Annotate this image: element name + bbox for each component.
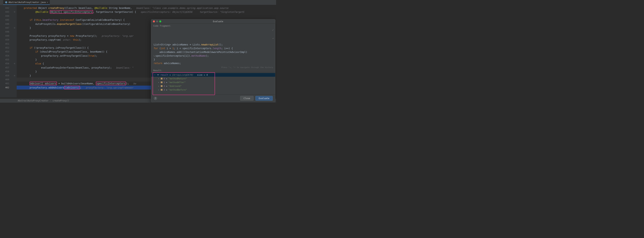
chevron-right-icon[interactable]: ▸: [158, 81, 160, 83]
result-item-row[interactable]: ▸3 = "methodBefore": [151, 88, 275, 92]
fold-marker[interactable]: ⊟: [12, 26, 17, 30]
fold-marker[interactable]: ⊟: [12, 10, 17, 14]
result-idx: 2: [164, 85, 165, 87]
line-number: 448: [0, 30, 12, 34]
result-var-value: {ArrayList@2670}: [172, 74, 193, 76]
result-value: "methodAfter": [168, 81, 186, 84]
window-controls: [153, 21, 161, 22]
line-number: 445: [0, 18, 12, 22]
expand-icon[interactable]: ⤢: [272, 28, 274, 32]
soft-wrap-icon[interactable]: ↩: [272, 36, 274, 40]
fold-marker: [12, 38, 17, 42]
minimize-window-icon[interactable]: [156, 21, 158, 22]
array-element-icon: [161, 85, 162, 87]
close-window-icon[interactable]: [153, 21, 155, 22]
result-item-row[interactable]: ▸0 = "methodReturn": [151, 77, 275, 80]
fold-marker[interactable]: ⊟: [12, 62, 17, 66]
line-number: 451: [0, 42, 12, 46]
fold-marker: [12, 6, 17, 10]
watch-icon: 👓: [157, 74, 159, 76]
result-idx: 0: [164, 77, 165, 80]
line-number: 446: [0, 22, 12, 26]
chevron-right-icon[interactable]: ▸: [158, 85, 160, 87]
result-value: "methodBefore": [168, 88, 187, 91]
line-number: 442: [0, 6, 12, 10]
java-class-icon: C: [5, 1, 8, 4]
dialog-titlebar[interactable]: Evaluate: [151, 19, 275, 24]
fold-marker[interactable]: ⊟: [12, 74, 17, 78]
line-number: 443: [0, 10, 12, 14]
line-number: 453: [0, 50, 12, 54]
line-number: 459: [0, 74, 12, 78]
fold-marker: [12, 22, 17, 26]
fold-marker: [12, 46, 17, 50]
array-element-icon: [161, 78, 162, 79]
line-number: 452: [0, 46, 12, 50]
fold-marker: [12, 58, 17, 62]
help-icon[interactable]: ?: [154, 97, 157, 100]
line-number: 447: [0, 26, 12, 30]
tab-active[interactable]: C AbstractAutoProxyCreator.java ×: [3, 0, 50, 5]
tab-filename: AbstractAutoProxyCreator.java: [8, 1, 46, 4]
line-number: 449: [0, 34, 12, 38]
evaluate-dialog: Evaluate Code fragment: ⤢ ↩ List<String>…: [151, 19, 276, 102]
history-hint: Press ⌃↓, ⌃↑ to navigate through the his…: [151, 66, 275, 69]
fold-marker: [12, 78, 17, 81]
svg-text:C: C: [6, 2, 7, 3]
result-tree[interactable]: ▾ 👓 result = {ArrayList@2670} size = 4 ▸…: [151, 72, 275, 94]
chevron-right-icon[interactable]: ▸: [158, 78, 160, 80]
chevron-right-icon: ›: [50, 99, 51, 102]
line-number: 450: [0, 38, 12, 42]
code-fragment-editor[interactable]: ⤢ ↩ List<String> adviceNames = Lists.new…: [151, 28, 275, 66]
fold-marker: [12, 14, 17, 18]
result-idx: 1: [164, 81, 165, 84]
line-number: 461: [0, 81, 12, 85]
result-var-name: result: [160, 74, 168, 76]
tab-spacer: [0, 0, 3, 5]
close-icon[interactable]: ×: [47, 1, 48, 4]
line-number: 462: [0, 86, 12, 89]
fold-column: ⊟⊟⊟⊟: [12, 5, 17, 97]
fragment-line[interactable]: ↳specificInterceptors[i]).methodName);: [154, 54, 273, 58]
fold-marker: [12, 30, 17, 34]
chevron-down-icon[interactable]: ▾: [154, 74, 156, 76]
code-line[interactable]: @Nullable Object[] specificInterceptors,…: [17, 10, 244, 14]
result-label: Result:: [151, 69, 275, 72]
array-element-icon: [161, 81, 162, 83]
fold-marker: [12, 34, 17, 38]
chevron-right-icon[interactable]: ▸: [158, 89, 160, 91]
result-root-row[interactable]: ▾ 👓 result = {ArrayList@2670} size = 4: [151, 73, 275, 77]
maximize-window-icon[interactable]: [159, 21, 161, 22]
fragment-line[interactable]: }: [154, 58, 273, 61]
line-number: 456: [0, 62, 12, 66]
fragment-line[interactable]: List<String> adviceNames = Lists.newArra…: [154, 43, 273, 47]
tab-bar: C AbstractAutoProxyCreator.java ×: [0, 0, 276, 5]
line-number: 458: [0, 70, 12, 74]
line-number: 457: [0, 66, 12, 70]
result-var-extra: size = 4: [197, 74, 208, 76]
line-number: 460: [0, 78, 12, 81]
result-value: "doAround": [168, 85, 182, 87]
code-line[interactable]: protected Object createProxy(Class<?> be…: [17, 6, 244, 10]
fold-marker: [12, 54, 17, 58]
fragment-line[interactable]: adviceNames.add(((InstantiationModelAwar…: [154, 50, 273, 54]
fragment-line[interactable]: for (int i = 1; i < specificInterceptors…: [154, 47, 273, 50]
line-number: 454: [0, 54, 12, 58]
code-line[interactable]: [17, 14, 244, 18]
fold-marker: [12, 42, 17, 46]
fragment-line[interactable]: return adviceNames;: [154, 61, 273, 65]
breadcrumb-method[interactable]: createProxy(): [53, 99, 69, 102]
fold-marker: [12, 18, 17, 22]
result-item-row[interactable]: ▸2 = "doAround": [151, 84, 275, 88]
fold-marker: [12, 66, 17, 70]
breadcrumb-class[interactable]: AbstractAutoProxyCreator: [18, 99, 48, 102]
evaluate-button[interactable]: Evaluate: [255, 96, 273, 101]
close-button[interactable]: Close: [240, 96, 254, 101]
dialog-footer: ? Close Evaluate: [151, 94, 275, 102]
result-item-row[interactable]: ▸1 = "methodAfter": [151, 80, 275, 84]
gutter: 4424434444454464474484494504514524534544…: [0, 5, 12, 97]
code-fragment-label: Code fragment:: [151, 24, 275, 28]
equals: =: [170, 74, 171, 76]
result-value: "methodReturn": [168, 77, 187, 80]
fold-marker: [12, 50, 17, 54]
